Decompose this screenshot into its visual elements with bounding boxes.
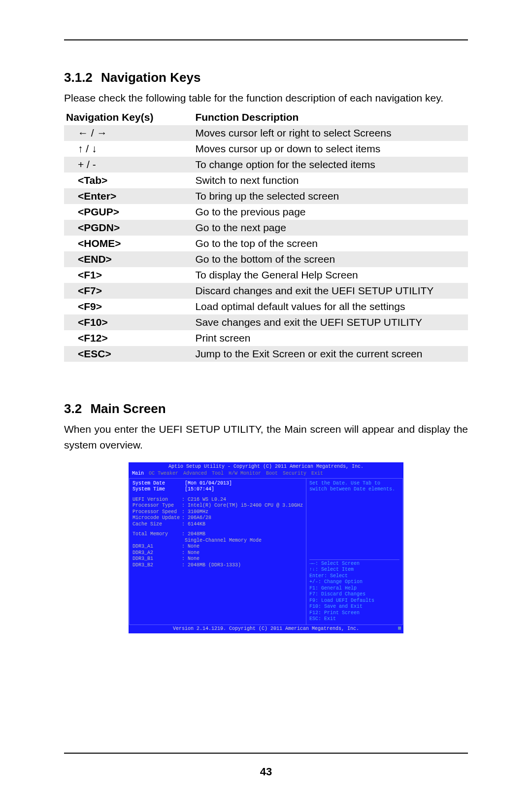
bios-info-line: DDR3_A2: None bbox=[133, 550, 303, 556]
table-row: <Tab>Switch to next function bbox=[64, 173, 468, 188]
bios-menu-item: OC Tweaker bbox=[149, 471, 178, 476]
nav-desc-cell: Go to the top of the screen bbox=[193, 236, 468, 251]
bios-corner-icon: ▦ bbox=[398, 625, 401, 632]
section-heading-nav-keys: 3.1.2 Navigation Keys bbox=[64, 70, 468, 85]
nav-key-cell: <HOME> bbox=[64, 236, 193, 251]
nav-desc-cell: Print screen bbox=[193, 330, 468, 346]
section-number: 3.1.2 bbox=[64, 70, 93, 85]
nav-key-cell: + / - bbox=[64, 157, 193, 173]
table-row: <F9>Load optimal default values for all … bbox=[64, 299, 468, 314]
bios-info-line: Total Memory: 2048MB bbox=[133, 531, 303, 538]
nav-key-cell: <F7> bbox=[64, 283, 193, 299]
table-row: ↑ / ↓Moves cursor up or down to select i… bbox=[64, 141, 468, 157]
nav-key-cell: <F1> bbox=[64, 267, 193, 283]
bios-info-line: DDR3_B1: None bbox=[133, 556, 303, 562]
bios-info-line: Processor Type: Intel(R) Core(TM) i5-240… bbox=[133, 503, 303, 509]
bios-nav-hint: Enter: Select bbox=[309, 573, 399, 580]
section-intro: Please check the following table for the… bbox=[64, 90, 468, 106]
section-heading-main-screen: 3.2 Main Screen bbox=[64, 401, 468, 416]
nav-key-cell: <PGDN> bbox=[64, 220, 193, 236]
nav-key-cell: ← / → bbox=[64, 125, 193, 141]
table-row: <F12>Print screen bbox=[64, 330, 468, 346]
bios-title-bar: Aptio Setup Utility - Copyright (C) 2011… bbox=[129, 463, 403, 471]
table-row: <HOME>Go to the top of the screen bbox=[64, 236, 468, 251]
table-row: <F7>Discard changes and exit the UEFI SE… bbox=[64, 283, 468, 299]
bios-help-line: switch between Date elements. bbox=[309, 486, 399, 493]
nav-key-cell: <F9> bbox=[64, 299, 193, 314]
bios-nav-hint: F12: Print Screen bbox=[309, 610, 399, 617]
nav-desc-cell: To change option for the selected items bbox=[193, 157, 468, 173]
section-intro: When you enter the UEFI SETUP UTILITY, t… bbox=[64, 421, 468, 453]
bios-screenshot: Aptio Setup Utility - Copyright (C) 2011… bbox=[129, 462, 403, 634]
bios-menu-item: Advanced bbox=[183, 471, 207, 476]
table-row: <F1>To display the General Help Screen bbox=[64, 267, 468, 283]
table-row: <F10>Save changes and exit the UEFI SETU… bbox=[64, 314, 468, 330]
bios-help-line: Set the Date. Use Tab to bbox=[309, 481, 399, 487]
nav-key-cell: <Enter> bbox=[64, 188, 193, 204]
nav-key-cell: <Tab> bbox=[64, 173, 193, 188]
page-number: 43 bbox=[0, 765, 532, 778]
nav-desc-cell: Save changes and exit the UEFI SETUP UTI… bbox=[193, 314, 468, 330]
bios-nav-hint: ESC: Exit bbox=[309, 616, 399, 623]
bios-menu-item: Tool bbox=[212, 471, 224, 476]
table-header-desc: Function Description bbox=[193, 109, 468, 125]
nav-desc-cell: Jump to the Exit Screen or exit the curr… bbox=[193, 346, 468, 362]
bios-nav-hint: ↑↓: Select Item bbox=[309, 567, 399, 573]
nav-desc-cell: To bring up the selected screen bbox=[193, 188, 468, 204]
bios-system-date: System Date [Mon 01/04/2013] bbox=[133, 481, 303, 487]
table-row: <END>Go to the bottom of the screen bbox=[64, 251, 468, 267]
nav-key-cell: <ESC> bbox=[64, 346, 193, 362]
section-number: 3.2 bbox=[64, 401, 82, 416]
nav-desc-cell: Moves cursor up or down to select items bbox=[193, 141, 468, 157]
section-title: Navigation Keys bbox=[101, 70, 200, 85]
bios-menu-item: Main bbox=[132, 471, 144, 476]
bios-info-line: Processor Speed: 3100MHz bbox=[133, 509, 303, 516]
nav-desc-cell: Switch to next function bbox=[193, 173, 468, 188]
nav-desc-cell: Discard changes and exit the UEFI SETUP … bbox=[193, 283, 468, 299]
table-row: <ESC>Jump to the Exit Screen or exit the… bbox=[64, 346, 468, 362]
bios-info-line: DDR3_A1: None bbox=[133, 544, 303, 550]
nav-desc-cell: Go to the bottom of the screen bbox=[193, 251, 468, 267]
bios-menu-bar: MainOC TweakerAdvancedToolH/W MonitorBoo… bbox=[129, 471, 403, 478]
bios-nav-hint: F1: General Help bbox=[309, 586, 399, 592]
nav-desc-cell: Go to the previous page bbox=[193, 204, 468, 220]
bios-nav-hint: F10: Save and Exit bbox=[309, 604, 399, 610]
table-header-keys: Navigation Key(s) bbox=[64, 109, 193, 125]
bios-left-pane: System Date [Mon 01/04/2013] System Time… bbox=[129, 478, 306, 625]
top-rule bbox=[64, 39, 468, 40]
table-row: + / -To change option for the selected i… bbox=[64, 157, 468, 173]
bios-nav-hint: →←: Select Screen bbox=[309, 561, 399, 567]
bios-info-line: Single-Channel Memory Mode bbox=[133, 538, 303, 544]
nav-desc-cell: Moves cursor left or right to select Scr… bbox=[193, 125, 468, 141]
nav-desc-cell: Load optimal default values for all the … bbox=[193, 299, 468, 314]
table-row: <PGDN>Go to the next page bbox=[64, 220, 468, 236]
bios-menu-item: H/W Monitor bbox=[229, 471, 261, 476]
nav-desc-cell: To display the General Help Screen bbox=[193, 267, 468, 283]
bottom-rule bbox=[64, 753, 468, 754]
table-row: <Enter>To bring up the selected screen bbox=[64, 188, 468, 204]
nav-key-cell: <F12> bbox=[64, 330, 193, 346]
table-row: ← / →Moves cursor left or right to selec… bbox=[64, 125, 468, 141]
bios-menu-item: Security bbox=[283, 471, 306, 476]
section-title: Main Screen bbox=[90, 401, 166, 416]
navigation-keys-table: Navigation Key(s) Function Description ←… bbox=[64, 109, 468, 362]
table-row: <PGUP>Go to the previous page bbox=[64, 204, 468, 220]
bios-right-pane: Set the Date. Use Tab to switch between … bbox=[306, 478, 403, 625]
bios-footer-bar: Version 2.14.1219. Copyright (C) 2011 Am… bbox=[129, 625, 403, 633]
bios-info-line: UEFI Version: C216 WS L0.24 bbox=[133, 497, 303, 503]
bios-menu-item: Boot bbox=[266, 471, 278, 476]
nav-key-cell: <END> bbox=[64, 251, 193, 267]
bios-nav-hint: +/-: Change Option bbox=[309, 579, 399, 586]
nav-key-cell: ↑ / ↓ bbox=[64, 141, 193, 157]
bios-nav-hint: F7: Discard Changes bbox=[309, 591, 399, 598]
bios-info-line: DDR3_B2: 2048MB (DDR3-1333) bbox=[133, 562, 303, 569]
bios-system-time: System Time [15:07:44] bbox=[133, 486, 303, 493]
nav-key-cell: <PGUP> bbox=[64, 204, 193, 220]
nav-desc-cell: Go to the next page bbox=[193, 220, 468, 236]
nav-key-cell: <F10> bbox=[64, 314, 193, 330]
bios-info-line: Microcode Update: 206A6/28 bbox=[133, 515, 303, 521]
bios-info-line: Cache Size: 6144KB bbox=[133, 521, 303, 528]
bios-nav-hint: F9: Load UEFI Defaults bbox=[309, 598, 399, 604]
bios-menu-item: Exit bbox=[311, 471, 323, 476]
